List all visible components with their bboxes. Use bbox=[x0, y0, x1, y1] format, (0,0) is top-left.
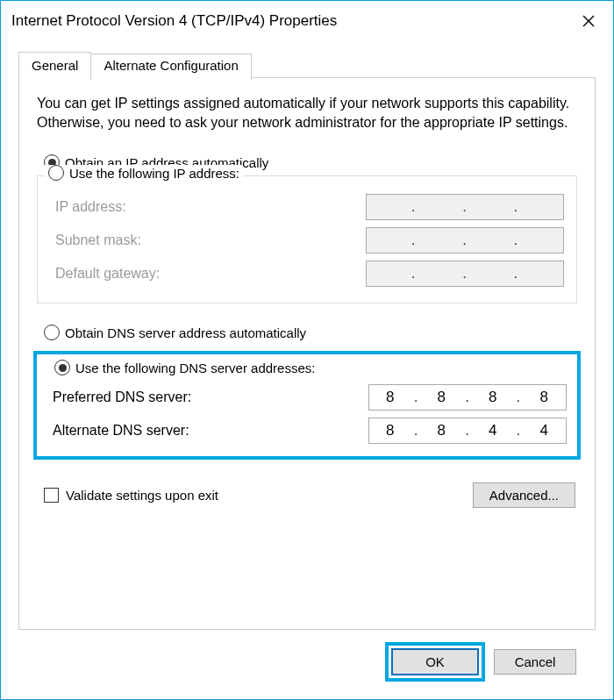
ip-address-input: . . . bbox=[366, 194, 564, 220]
tab-alternate-configuration[interactable]: Alternate Configuration bbox=[90, 54, 251, 80]
row-alternate-dns: Alternate DNS server: 8. 8. 4. 4 bbox=[47, 418, 567, 444]
subnet-mask-label: Subnet mask: bbox=[55, 232, 141, 248]
alternate-dns-label: Alternate DNS server: bbox=[53, 423, 189, 439]
tab-label: General bbox=[32, 58, 78, 73]
tab-bar: General Alternate Configuration bbox=[18, 52, 596, 78]
row-preferred-dns: Preferred DNS server: 8. 8. 8. 8 bbox=[47, 384, 567, 411]
default-gateway-input: . . . bbox=[366, 261, 564, 287]
ip-address-label: IP address: bbox=[55, 199, 126, 215]
ip-manual-group: Use the following IP address: IP address… bbox=[37, 175, 577, 304]
default-gateway-label: Default gateway: bbox=[55, 266, 160, 282]
button-label: OK bbox=[425, 654, 445, 669]
close-button[interactable] bbox=[569, 8, 608, 34]
alternate-dns-input[interactable]: 8. 8. 4. 4 bbox=[368, 418, 567, 444]
ok-highlight: OK bbox=[385, 642, 485, 682]
content-area: General Alternate Configuration You can … bbox=[1, 41, 613, 699]
radio-ip-manual[interactable]: Use the following IP address: bbox=[45, 165, 243, 181]
radio-dns-manual[interactable]: Use the following DNS server addresses: bbox=[54, 360, 567, 375]
ok-button[interactable]: OK bbox=[391, 648, 479, 675]
validate-label: Validate settings upon exit bbox=[66, 488, 218, 503]
button-label: Advanced... bbox=[489, 488, 559, 503]
dialog-window: Internet Protocol Version 4 (TCP/IPv4) P… bbox=[0, 0, 614, 700]
radio-icon bbox=[44, 325, 60, 340]
bottom-row: Validate settings upon exit Advanced... bbox=[37, 482, 577, 508]
row-ip-address: IP address: . . . bbox=[50, 194, 564, 220]
radio-label: Obtain DNS server address automatically bbox=[65, 325, 306, 340]
tab-panel-general: You can get IP settings assigned automat… bbox=[18, 77, 596, 630]
radio-icon bbox=[54, 360, 70, 375]
dialog-footer: OK Cancel bbox=[18, 630, 596, 699]
validate-checkbox[interactable]: Validate settings upon exit bbox=[44, 488, 218, 503]
checkbox-icon bbox=[44, 488, 59, 503]
row-default-gateway: Default gateway: . . . bbox=[50, 261, 564, 287]
preferred-dns-label: Preferred DNS server: bbox=[53, 389, 191, 405]
row-subnet-mask: Subnet mask: . . . bbox=[50, 227, 564, 254]
radio-label: Use the following IP address: bbox=[69, 166, 239, 181]
radio-dns-auto[interactable]: Obtain DNS server address automatically bbox=[44, 325, 577, 340]
cancel-button[interactable]: Cancel bbox=[494, 649, 576, 675]
close-icon bbox=[582, 15, 595, 27]
intro-text: You can get IP settings assigned automat… bbox=[37, 94, 577, 132]
radio-icon bbox=[48, 165, 64, 181]
tab-general[interactable]: General bbox=[18, 52, 91, 78]
radio-label: Use the following DNS server addresses: bbox=[75, 361, 315, 375]
titlebar: Internet Protocol Version 4 (TCP/IPv4) P… bbox=[1, 1, 613, 41]
subnet-mask-input: . . . bbox=[366, 227, 564, 254]
dialog-title: Internet Protocol Version 4 (TCP/IPv4) P… bbox=[11, 12, 337, 30]
preferred-dns-input[interactable]: 8. 8. 8. 8 bbox=[368, 384, 567, 411]
button-label: Cancel bbox=[515, 654, 556, 669]
dns-highlight: Use the following DNS server addresses: … bbox=[33, 351, 581, 460]
tab-label: Alternate Configuration bbox=[104, 58, 238, 73]
advanced-button[interactable]: Advanced... bbox=[473, 482, 575, 508]
